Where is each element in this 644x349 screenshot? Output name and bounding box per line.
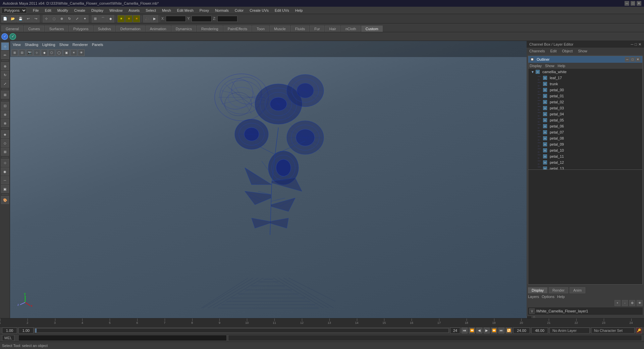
next-frame-btn[interactable]: ⏩	[491, 328, 497, 334]
menu-create-uvs[interactable]: Create UVs	[247, 8, 271, 13]
tab-muscle[interactable]: Muscle	[270, 26, 290, 32]
vp-menu-show[interactable]: Show	[59, 43, 69, 47]
show-manip-btn[interactable]: ⊞	[1, 91, 9, 99]
vp-menu-shading[interactable]: Shading	[25, 43, 38, 47]
shelf-icon-1[interactable]: ✓	[1, 33, 8, 40]
vp-tb-snap[interactable]: ◆	[41, 49, 48, 56]
camera-zoom-btn[interactable]: ⊕	[1, 110, 9, 118]
outliner-item-petal_00[interactable]: —○Mpetal_00	[528, 87, 642, 93]
snap-grid-btn[interactable]: ⊞	[92, 15, 99, 22]
layer-visibility-flag[interactable]: V	[529, 308, 535, 314]
le-menu-help[interactable]: Help	[557, 295, 565, 299]
tab-fur[interactable]: Fur	[310, 26, 324, 32]
vp-tb-grid[interactable]: ⊟	[19, 49, 25, 56]
tab-hair[interactable]: Hair	[325, 26, 340, 32]
prev-frame-btn[interactable]: ⏪	[469, 328, 475, 334]
menu-help[interactable]: Help	[292, 8, 306, 13]
tab-curves[interactable]: Curves	[24, 26, 44, 32]
outliner-item-petal_08[interactable]: —○Mpetal_08	[528, 135, 642, 141]
z-input[interactable]	[217, 16, 237, 22]
open-scene-btn[interactable]: 📂	[9, 15, 16, 22]
vp-tb-smooth[interactable]: ◯	[56, 49, 62, 56]
go-to-start-btn[interactable]: ⏮	[462, 328, 468, 334]
outliner-item-petal_13[interactable]: —○Mpetal_13	[528, 165, 642, 169]
outliner-item-petal_12[interactable]: —○Mpetal_12	[528, 159, 642, 165]
menu-assets[interactable]: Assets	[126, 8, 142, 13]
shelf-icon-2[interactable]: ✓	[9, 33, 16, 40]
outliner-item-petal_02[interactable]: —○Mpetal_02	[528, 99, 642, 105]
le-menu-options[interactable]: Options	[542, 295, 554, 299]
tab-animation[interactable]: Animation	[146, 26, 171, 32]
y-input[interactable]	[192, 16, 212, 22]
camera-pan-btn[interactable]: ⊡	[1, 102, 9, 110]
menu-file[interactable]: File	[30, 8, 42, 13]
rotate-btn[interactable]: ↻	[66, 15, 73, 22]
select-tool-btn[interactable]: ⊹	[43, 15, 50, 22]
channel-box-maximize[interactable]: □	[635, 42, 637, 47]
outliner-item-petal_07[interactable]: —○Mpetal_07	[528, 129, 642, 135]
cb-tab-edit[interactable]: Edit	[549, 48, 558, 54]
sculpt-btn[interactable]: ◈	[1, 130, 9, 138]
le-new-layer-btn[interactable]: +	[614, 300, 621, 306]
vp-tb-texture[interactable]: ▣	[63, 49, 70, 56]
command-line-input[interactable]	[18, 335, 227, 341]
tab-ncloth[interactable]: nCloth	[341, 26, 361, 32]
tab-subdivs[interactable]: Subdivs	[94, 26, 115, 32]
le-tab-display[interactable]: Display	[528, 287, 547, 293]
vp-tb-wireframe[interactable]: ⬡	[48, 49, 55, 56]
paint-btn[interactable]: ✏	[1, 51, 9, 59]
viewport[interactable]: View Shading Lighting Show Renderer Pane…	[10, 41, 527, 318]
vp-tb-display[interactable]: 👁	[78, 49, 85, 56]
outliner-item-petal_09[interactable]: —○Mpetal_09	[528, 141, 642, 147]
snap-point-btn[interactable]: ◆	[107, 15, 114, 22]
light-2-btn[interactable]: ☀	[125, 15, 132, 22]
tab-fluids[interactable]: Fluids	[291, 26, 309, 32]
outliner-menu-help[interactable]: Help	[558, 64, 566, 68]
menu-modify[interactable]: Modify	[55, 8, 71, 13]
outliner-item-trunk[interactable]: —○Mtrunk	[528, 81, 642, 87]
range-start-field[interactable]	[18, 328, 34, 334]
le-del-layer-btn[interactable]: -	[622, 300, 628, 306]
auto-key-btn[interactable]: 🔑	[636, 328, 642, 334]
le-layer-vis-btn[interactable]: 👁	[637, 300, 643, 306]
vp-tb-light[interactable]: ☀	[70, 49, 77, 56]
x-input[interactable]	[166, 16, 186, 22]
menu-window[interactable]: Window	[107, 8, 125, 13]
outliner-item-petal_05[interactable]: —○Mpetal_05	[528, 117, 642, 123]
outliner-menu-show[interactable]: Show	[545, 64, 554, 68]
outliner-item-petal_10[interactable]: —○Mpetal_10	[528, 147, 642, 153]
undo-btn[interactable]: ↩	[24, 15, 32, 22]
play-back-btn[interactable]: ◀	[476, 328, 482, 334]
vertex-btn[interactable]: ◉	[1, 167, 9, 176]
menu-mesh[interactable]: Mesh	[159, 8, 174, 13]
outliner-item-petal_03[interactable]: —○Mpetal_03	[528, 105, 642, 111]
max-frame-field-1[interactable]	[513, 328, 530, 334]
current-frame-field[interactable]	[2, 328, 17, 334]
mode-selector[interactable]: Polygons	[1, 7, 27, 13]
polygon-btn[interactable]: ◇	[1, 139, 9, 147]
menu-edit-mesh[interactable]: Edit Mesh	[174, 8, 196, 13]
vp-tb-home[interactable]: ⊞	[11, 49, 18, 56]
le-tab-anim[interactable]: Anim	[570, 287, 585, 293]
outliner-item-petal_06[interactable]: —○Mpetal_06	[528, 123, 642, 129]
menu-proxy[interactable]: Proxy	[197, 8, 212, 13]
outliner-maximize[interactable]: □	[630, 57, 635, 62]
camera-btn[interactable]: 🎥	[143, 15, 151, 22]
translate-btn[interactable]: ⊕	[58, 15, 65, 22]
component-mode-btn[interactable]: ⊹	[1, 159, 9, 167]
outliner-content[interactable]: ▼Mcamellia_white—○Mleaf_17—○Mtrunk—○Mpet…	[528, 69, 642, 169]
maximize-btn[interactable]: □	[631, 1, 635, 6]
tab-polygons[interactable]: Polygons	[69, 26, 93, 32]
move-btn[interactable]: ⊕	[1, 62, 9, 70]
tab-surfaces[interactable]: Surfaces	[45, 26, 68, 32]
scale-btn-l[interactable]: ⤢	[1, 80, 9, 88]
tab-deformation[interactable]: Deformation	[116, 26, 145, 32]
loop-btn[interactable]: 🔁	[506, 328, 512, 334]
universal-btn[interactable]: ✦	[81, 15, 89, 22]
vp-menu-renderer[interactable]: Renderer	[72, 43, 88, 47]
select-mode-btn[interactable]: ⊹	[1, 42, 9, 50]
close-btn[interactable]: ✕	[637, 1, 641, 6]
vp-menu-view[interactable]: View	[13, 43, 21, 47]
new-scene-btn[interactable]: 📄	[1, 15, 9, 22]
scale-btn[interactable]: ⤢	[73, 15, 81, 22]
